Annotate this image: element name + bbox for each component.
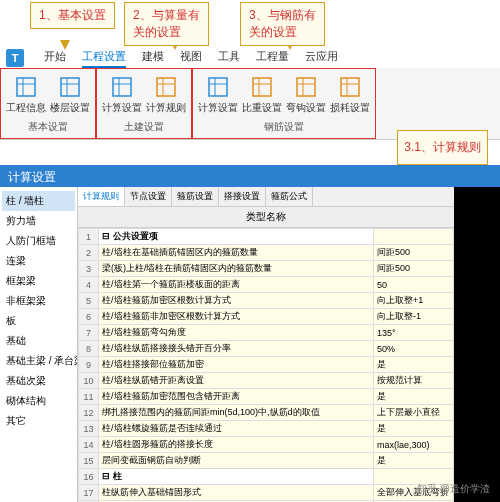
panel-title: 计算设置 (0, 165, 500, 187)
table-row[interactable]: 1⊟ 公共设置项 (79, 229, 454, 245)
settings-grid[interactable]: 1⊟ 公共设置项2 柱/墙柱在基础插筋锚固区内的箍筋数量间距5003 梁(板)上… (78, 228, 454, 502)
table-row[interactable]: 12 绑扎搭接范围内的箍筋间距min(5d,100)中,纵筋d的取值上下层最小直… (79, 405, 454, 421)
menu-0[interactable]: 开始 (44, 49, 66, 68)
ribbon-btn-label: 计算设置 (198, 101, 238, 115)
ribbon-icon (154, 75, 178, 99)
row-desc: 柱/墙柱箍筋加密范围包含错开距离 (99, 389, 374, 405)
ribbon-btn-楼层设置[interactable]: 楼层设置 (49, 71, 91, 118)
ribbon-btn-弯钩设置[interactable]: 弯钩设置 (285, 71, 327, 118)
table-row[interactable]: 3 梁(板)上柱/墙柱在插筋锚固区内的箍筋数量间距500 (79, 261, 454, 277)
menu-6[interactable]: 云应用 (305, 49, 338, 68)
row-number: 12 (79, 405, 99, 421)
table-row[interactable]: 10 柱/墙柱纵筋错开距离设置按规范计算 (79, 373, 454, 389)
ribbon-btn-损耗设置[interactable]: 损耗设置 (329, 71, 371, 118)
tab-3[interactable]: 搭接设置 (219, 187, 266, 206)
row-value[interactable]: 是 (374, 453, 454, 469)
tree-item[interactable]: 砌体结构 (2, 391, 75, 411)
row-value[interactable]: 上下层最小直径 (374, 405, 454, 421)
app-logo: T (6, 49, 24, 67)
tree-item[interactable]: 基础 (2, 331, 75, 351)
tree-item[interactable]: 非框架梁 (2, 291, 75, 311)
row-value[interactable]: 是 (374, 389, 454, 405)
row-value[interactable]: 50 (374, 277, 454, 293)
table-row[interactable]: 4 柱/墙柱第一个箍筋距楼板面的距离50 (79, 277, 454, 293)
row-value[interactable]: 间距500 (374, 245, 454, 261)
row-value[interactable]: 135° (374, 325, 454, 341)
ribbon-icon (14, 75, 38, 99)
ribbon-btn-计算规则[interactable]: 计算规则 (145, 71, 187, 118)
ribbon-group-title: 土建设置 (101, 118, 187, 136)
tab-2[interactable]: 箍筋设置 (172, 187, 219, 206)
ribbon-btn-计算设置[interactable]: 计算设置 (101, 71, 143, 118)
table-row[interactable]: 6 柱/墙柱箍筋非加密区根数计算方式向上取整-1 (79, 309, 454, 325)
row-desc: 柱/墙柱螺旋箍筋是否连续通过 (99, 421, 374, 437)
row-value[interactable]: 是 (374, 357, 454, 373)
table-row[interactable]: 17 柱纵筋伸入基础锚固形式全部伸入基底弯折 (79, 485, 454, 501)
tree-item[interactable]: 其它 (2, 411, 75, 431)
ribbon-group-1: 计算设置计算规则土建设置 (96, 68, 192, 139)
row-number: 16 (79, 469, 99, 485)
table-row[interactable]: 2 柱/墙柱在基础插筋锚固区内的箍筋数量间距500 (79, 245, 454, 261)
ribbon-btn-计算设置[interactable]: 计算设置 (197, 71, 239, 118)
tree-item[interactable]: 框架梁 (2, 271, 75, 291)
table-row[interactable]: 16⊟ 柱 (79, 469, 454, 485)
watermark: 知乎 @造价学渣 (417, 482, 490, 496)
menu-4[interactable]: 工具 (218, 49, 240, 68)
ribbon-icon (206, 75, 230, 99)
table-row[interactable]: 11 柱/墙柱箍筋加密范围包含错开距离是 (79, 389, 454, 405)
row-value[interactable]: 向上取整+1 (374, 293, 454, 309)
ribbon-icon (250, 75, 274, 99)
table-row[interactable]: 15 层间变截面钢筋自动判断是 (79, 453, 454, 469)
row-desc: 梁(板)上柱/墙柱在插筋锚固区内的箍筋数量 (99, 261, 374, 277)
row-value[interactable]: 间距500 (374, 261, 454, 277)
ribbon-btn-工程信息[interactable]: 工程信息 (5, 71, 47, 118)
table-row[interactable]: 13 柱/墙柱螺旋箍筋是否连续通过是 (79, 421, 454, 437)
row-desc: 柱/墙柱纵筋搭接接头错开百分率 (99, 341, 374, 357)
callout-rebar-settings: 3、与钢筋有 关的设置 (240, 2, 325, 46)
tree-item[interactable]: 连梁 (2, 251, 75, 271)
table-row[interactable]: 8 柱/墙柱纵筋搭接接头错开百分率50% (79, 341, 454, 357)
row-number: 5 (79, 293, 99, 309)
row-value[interactable]: 按规范计算 (374, 373, 454, 389)
row-number: 7 (79, 325, 99, 341)
row-desc: 层间变截面钢筋自动判断 (99, 453, 374, 469)
menu-5[interactable]: 工程量 (256, 49, 289, 68)
menu-3[interactable]: 视图 (180, 49, 202, 68)
menu-2[interactable]: 建模 (142, 49, 164, 68)
row-value[interactable]: 向上取整-1 (374, 309, 454, 325)
row-value[interactable]: 50% (374, 341, 454, 357)
menu-1[interactable]: 工程设置 (82, 49, 126, 68)
table-row[interactable]: 5 柱/墙柱箍筋加密区根数计算方式向上取整+1 (79, 293, 454, 309)
category-tree: 柱 / 墙柱剪力墙人防门框墙连梁框架梁非框架梁板基础基础主梁 / 承台梁基础次梁… (0, 187, 77, 502)
tree-item[interactable]: 柱 / 墙柱 (2, 191, 75, 211)
tab-4[interactable]: 箍筋公式 (266, 187, 313, 206)
row-number: 15 (79, 453, 99, 469)
row-desc: ⊟ 公共设置项 (99, 229, 374, 245)
ribbon-btn-label: 计算规则 (146, 101, 186, 115)
row-value[interactable]: 是 (374, 421, 454, 437)
tab-1[interactable]: 节点设置 (125, 187, 172, 206)
row-number: 2 (79, 245, 99, 261)
tree-item[interactable]: 人防门框墙 (2, 231, 75, 251)
row-desc: 柱/墙柱在基础插筋锚固区内的箍筋数量 (99, 245, 374, 261)
tree-item[interactable]: 板 (2, 311, 75, 331)
tree-item[interactable]: 基础次梁 (2, 371, 75, 391)
tree-item[interactable]: 基础主梁 / 承台梁 (2, 351, 75, 371)
table-row[interactable]: 7 柱/墙柱箍筋弯勾角度135° (79, 325, 454, 341)
row-value[interactable]: max(lae,300) (374, 437, 454, 453)
row-desc: 柱/墙柱搭接部位箍筋加密 (99, 357, 374, 373)
row-value[interactable] (374, 229, 454, 245)
row-desc: 柱/墙柱纵筋错开距离设置 (99, 373, 374, 389)
table-row[interactable]: 9 柱/墙柱搭接部位箍筋加密是 (79, 357, 454, 373)
callout-basic-settings: 1、基本设置 (30, 2, 115, 29)
table-row[interactable]: 14 柱/墙柱圆形箍筋的搭接长度max(lae,300) (79, 437, 454, 453)
tab-0[interactable]: 计算规则 (78, 187, 125, 206)
tree-item[interactable]: 剪力墙 (2, 211, 75, 231)
arrow-icon (60, 40, 70, 50)
row-desc: 绑扎搭接范围内的箍筋间距min(5d,100)中,纵筋d的取值 (99, 405, 374, 421)
svg-rect-12 (209, 78, 227, 96)
ribbon-btn-比重设置[interactable]: 比重设置 (241, 71, 283, 118)
ribbon-icon (58, 75, 82, 99)
ribbon-btn-label: 弯钩设置 (286, 101, 326, 115)
preview-pane (454, 187, 500, 502)
